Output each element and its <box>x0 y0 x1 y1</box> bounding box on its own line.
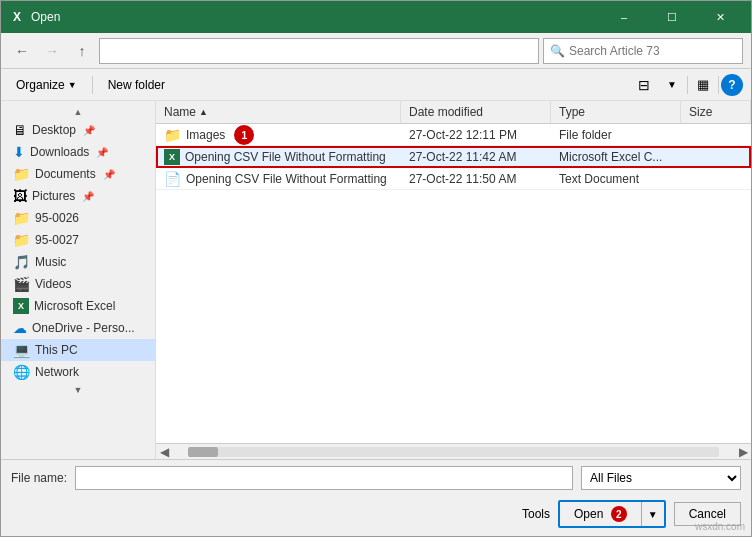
view-list-button[interactable]: ⊟ <box>631 74 657 96</box>
pin-icon-doc: 📌 <box>103 169 115 180</box>
organize-button[interactable]: Organize ▼ <box>9 74 84 96</box>
sidebar-item-downloads[interactable]: ⬇ Downloads 📌 <box>1 141 155 163</box>
bottom-area: File name: All Files CSV Files Excel Fil… <box>1 459 751 536</box>
badge-2: 2 <box>611 506 627 522</box>
sidebar-item-onedrive[interactable]: ☁ OneDrive - Perso... <box>1 317 155 339</box>
column-header-name[interactable]: Name <box>156 101 401 123</box>
window-controls: – ☐ ✕ <box>601 7 743 27</box>
tools-label: Tools <box>522 507 550 521</box>
sidebar-item-pictures[interactable]: 🖼 Pictures 📌 <box>1 185 155 207</box>
sidebar: ▲ 🖥 Desktop 📌 ⬇ Downloads 📌 📁 Documents … <box>1 101 156 459</box>
open-dialog: X Open – ☐ ✕ ← → ↑ 🔍 Organize ▼ New fold… <box>0 0 752 537</box>
preview-pane-button[interactable]: ▦ <box>690 74 716 96</box>
search-box[interactable]: 🔍 <box>543 38 743 64</box>
horizontal-scrollbar[interactable]: ◀ ▶ <box>156 443 751 459</box>
view-dropdown-button[interactable]: ▼ <box>659 74 685 96</box>
file-name-cell: X Opening CSV File Without Formatting <box>156 147 401 167</box>
new-folder-button[interactable]: New folder <box>101 74 172 96</box>
file-date-cell: 27-Oct-22 12:11 PM <box>401 126 551 144</box>
file-size-cell <box>681 133 751 137</box>
chevron-down-icon: ▼ <box>68 80 77 90</box>
sidebar-item-desktop[interactable]: 🖥 Desktop 📌 <box>1 119 155 141</box>
open-button-group: Open 2 ▼ <box>558 500 666 528</box>
toolbar-separator <box>92 76 93 94</box>
filename-label: File name: <box>11 471 67 485</box>
file-type-cell: Text Document <box>551 170 681 188</box>
back-button[interactable]: ← <box>9 38 35 64</box>
dialog-title: Open <box>31 10 601 24</box>
downloads-icon: ⬇ <box>13 144 25 160</box>
address-bar[interactable] <box>99 38 539 64</box>
minimize-button[interactable]: – <box>601 7 647 27</box>
view-controls: ⊟ ▼ ▦ ? <box>631 74 743 96</box>
table-row[interactable]: 📁 Images 1 27-Oct-22 12:11 PM File folde… <box>156 124 751 146</box>
column-header-type[interactable]: Type <box>551 101 681 123</box>
help-button[interactable]: ? <box>721 74 743 96</box>
file-type-cell: File folder <box>551 126 681 144</box>
table-row[interactable]: X Opening CSV File Without Formatting 27… <box>156 146 751 168</box>
sidebar-scroll-down[interactable]: ▼ <box>1 383 155 397</box>
badge-1: 1 <box>234 125 254 145</box>
column-header-date[interactable]: Date modified <box>401 101 551 123</box>
address-toolbar: ← → ↑ 🔍 <box>1 33 751 69</box>
watermark: wsxdn.com <box>695 521 745 532</box>
folder-icon-0026: 📁 <box>13 210 30 226</box>
sidebar-item-this-pc[interactable]: 💻 This PC <box>1 339 155 361</box>
organize-toolbar: Organize ▼ New folder ⊟ ▼ ▦ ? <box>1 69 751 101</box>
pin-icon-pic: 📌 <box>82 191 94 202</box>
network-icon: 🌐 <box>13 364 30 380</box>
file-date-cell: 27-Oct-22 11:42 AM <box>401 148 551 166</box>
scroll-left-button[interactable]: ◀ <box>156 444 172 460</box>
app-icon: X <box>9 9 25 25</box>
open-button[interactable]: Open 2 <box>560 502 641 526</box>
sidebar-item-music[interactable]: 🎵 Music <box>1 251 155 273</box>
column-header-size[interactable]: Size <box>681 101 751 123</box>
action-row: Tools Open 2 ▼ Cancel <box>1 496 751 536</box>
file-date-cell: 27-Oct-22 11:50 AM <box>401 170 551 188</box>
search-icon: 🔍 <box>550 44 565 58</box>
pictures-icon: 🖼 <box>13 188 27 204</box>
file-list: Name Date modified Type Size 📁 <box>156 101 751 459</box>
scroll-track[interactable] <box>188 447 719 457</box>
file-name-cell: 📁 Images 1 <box>156 124 401 147</box>
this-pc-icon: 💻 <box>13 342 30 358</box>
sidebar-item-documents[interactable]: 📁 Documents 📌 <box>1 163 155 185</box>
file-size-cell <box>681 177 751 181</box>
scroll-thumb[interactable] <box>188 447 218 457</box>
sidebar-item-microsoft-excel[interactable]: X Microsoft Excel <box>1 295 155 317</box>
excel-icon: X <box>13 298 29 314</box>
folder-icon-0027: 📁 <box>13 232 30 248</box>
videos-icon: 🎬 <box>13 276 30 292</box>
sidebar-scroll-up[interactable]: ▲ <box>1 105 155 119</box>
open-dropdown-button[interactable]: ▼ <box>641 502 664 526</box>
folder-icon: 📁 <box>164 127 181 143</box>
file-size-cell <box>681 155 751 159</box>
filename-row: File name: All Files CSV Files Excel Fil… <box>1 460 751 496</box>
file-list-body: 📁 Images 1 27-Oct-22 12:11 PM File folde… <box>156 124 751 443</box>
main-content: ▲ 🖥 Desktop 📌 ⬇ Downloads 📌 📁 Documents … <box>1 101 751 459</box>
file-type-cell: Microsoft Excel C... <box>551 148 681 166</box>
close-button[interactable]: ✕ <box>697 7 743 27</box>
pin-icon-dl: 📌 <box>96 147 108 158</box>
search-input[interactable] <box>569 44 736 58</box>
maximize-button[interactable]: ☐ <box>649 7 695 27</box>
filetype-select[interactable]: All Files CSV Files Excel Files Text Fil… <box>581 466 741 490</box>
filename-input[interactable] <box>75 466 573 490</box>
excel-file-icon: X <box>164 149 180 165</box>
sidebar-item-videos[interactable]: 🎬 Videos <box>1 273 155 295</box>
forward-button[interactable]: → <box>39 38 65 64</box>
desktop-icon: 🖥 <box>13 122 27 138</box>
title-bar: X Open – ☐ ✕ <box>1 1 751 33</box>
file-list-header: Name Date modified Type Size <box>156 101 751 124</box>
onedrive-icon: ☁ <box>13 320 27 336</box>
scroll-right-button[interactable]: ▶ <box>735 444 751 460</box>
txt-file-icon: 📄 <box>164 171 181 187</box>
up-button[interactable]: ↑ <box>69 38 95 64</box>
sidebar-item-95-0026[interactable]: 📁 95-0026 <box>1 207 155 229</box>
sidebar-item-network[interactable]: 🌐 Network <box>1 361 155 383</box>
view-separator2 <box>718 76 719 94</box>
sidebar-item-95-0027[interactable]: 📁 95-0027 <box>1 229 155 251</box>
table-row[interactable]: 📄 Opening CSV File Without Formatting 27… <box>156 168 751 190</box>
file-name-cell: 📄 Opening CSV File Without Formatting <box>156 169 401 189</box>
music-icon: 🎵 <box>13 254 30 270</box>
